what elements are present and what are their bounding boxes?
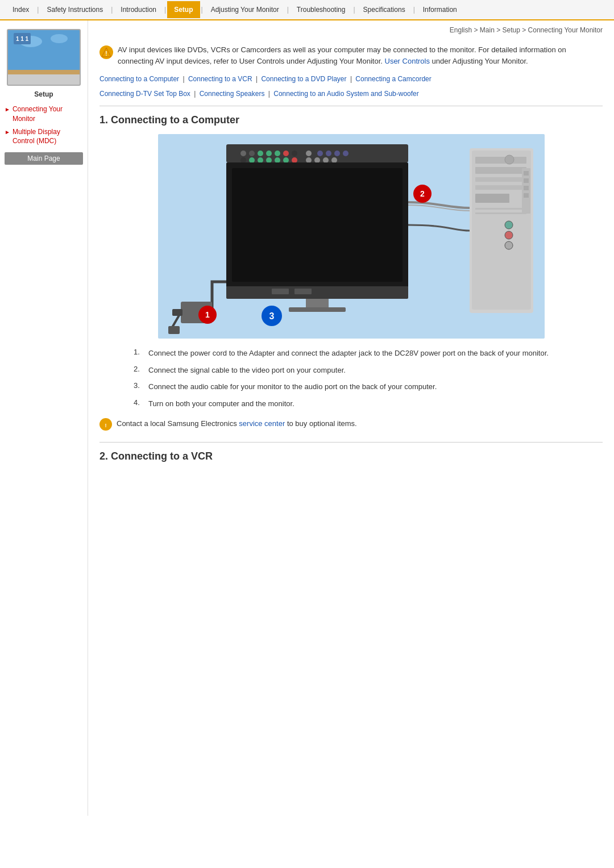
svg-point-13 [258,151,263,156]
svg-point-18 [306,151,312,156]
breadcrumb: English > Main > Setup > Connecting Your… [99,26,603,36]
svg-rect-62 [168,326,180,334]
nav-item-troubleshooting[interactable]: Troubleshooting [290,1,352,18]
nav-item-safety[interactable]: Safety Instructions [40,1,110,18]
svg-rect-45 [475,177,526,182]
section1-heading: 1. Connecting to a Computer [99,114,603,126]
svg-rect-43 [475,157,526,164]
svg-rect-40 [289,307,346,312]
svg-rect-49 [475,208,526,210]
links-row-2: Connecting D-TV Set Top Box | Connecting… [99,88,603,101]
svg-rect-38 [294,289,312,294]
svg-point-25 [258,157,263,163]
user-controls-link[interactable]: User Controls [385,57,430,65]
note-box: ! Contact a local Samsung Electronics se… [99,418,603,431]
info-icon: ! [99,45,113,59]
svg-rect-46 [475,185,526,190]
arrow-icon-1: ► [5,106,10,114]
svg-point-17 [292,151,297,156]
step-2-text: Connect the signal cable to the video po… [148,365,346,376]
svg-point-11 [240,151,246,156]
service-center-link[interactable]: service center [239,419,285,428]
nav-sep-6: | [352,6,356,14]
sidebar-setup-label: Setup [0,90,88,98]
nav-sep-7: | [412,6,416,14]
nav-sep-2: | [110,6,114,14]
svg-rect-6 [8,81,81,86]
nav-item-information[interactable]: Information [416,1,464,18]
svg-text:!: ! [105,51,107,57]
svg-rect-54 [524,186,529,190]
note-icon: ! [99,418,112,431]
nav-item-adjusting[interactable]: Adjusting Your Monitor [204,1,286,18]
svg-point-24 [249,157,255,163]
note-text: Contact a local Samsung Electronics serv… [117,418,357,429]
svg-point-19 [317,151,323,156]
nav-bar: Index | Safety Instructions | Introducti… [0,0,614,20]
svg-point-15 [275,151,280,156]
nav-item-setup[interactable]: Setup [167,1,200,18]
info-text: AV input devices like DVDs, VCRs or Camc… [118,44,603,66]
nav-item-introduction[interactable]: Introduction [114,1,163,18]
link-speakers[interactable]: Connecting Speakers [200,90,265,98]
link-dtv[interactable]: Connecting D-TV Set Top Box [99,90,190,98]
nav-sep-3: | [163,6,167,14]
svg-rect-5 [8,70,81,86]
link-connecting-dvd[interactable]: Connecting to a DVD Player [261,75,346,83]
step-3-text: Connect the audio cable for your monitor… [148,381,437,393]
diagram-wrapper: 1 2 3 [99,134,603,339]
svg-text:1: 1 [205,310,210,319]
sidebar: 1 1 1 Setup ► Connecting Your Monitor ► … [0,20,88,816]
note-text-suffix: to buy optional items. [287,419,357,428]
intro-text-suffix: under Adjusting Your Monitor. [432,57,528,65]
link-connecting-computer[interactable]: Connecting to a Computer [99,75,179,83]
note-text-prefix: Contact a local Samsung Electronics [117,419,239,428]
svg-point-26 [266,157,272,163]
sidebar-main-page-button[interactable]: Main Page [5,152,83,165]
svg-rect-50 [475,212,526,214]
links-row-1: Connecting to a Computer | Connecting to… [99,73,603,86]
nav-sep-1: | [36,6,40,14]
svg-rect-35 [232,168,403,282]
sidebar-nav-label-2: Multiple Display Control (MDC) [13,127,83,147]
svg-point-33 [331,157,337,163]
svg-rect-37 [272,289,289,294]
sidebar-monitor-image: 1 1 1 [7,29,81,86]
svg-point-14 [266,151,272,156]
nav-sep-5: | [286,6,290,14]
svg-text:3: 3 [269,311,274,321]
svg-point-30 [306,157,312,163]
svg-point-20 [326,151,331,156]
svg-rect-44 [475,167,526,174]
step-3-num: 3. [134,381,145,390]
svg-point-58 [505,241,513,249]
divider-2 [99,442,603,443]
step-3: 3. Connect the audio cable for your moni… [134,381,603,393]
svg-point-27 [275,157,280,163]
svg-point-56 [505,221,513,229]
step-4: 4. Turn on both your computer and the mo… [134,398,603,410]
step-4-text: Turn on both your computer and the monit… [148,398,294,410]
step-1-text: Connect the power cord to the Adapter an… [148,348,549,359]
nav-item-index[interactable]: Index [6,1,36,18]
svg-point-21 [334,151,340,156]
main-layout: 1 1 1 Setup ► Connecting Your Monitor ► … [0,20,614,816]
nav-item-specifications[interactable]: Specifications [356,1,412,18]
diagram-svg: 1 2 3 [158,134,545,339]
link-connecting-vcr[interactable]: Connecting to a VCR [188,75,252,83]
sidebar-nav-connecting-monitor[interactable]: ► Connecting Your Monitor [0,103,88,126]
svg-rect-52 [524,171,529,176]
step-1: 1. Connect the power cord to the Adapter… [134,348,603,359]
step-2: 2. Connect the signal cable to the video… [134,365,603,376]
svg-point-16 [283,151,289,156]
svg-rect-53 [524,178,529,183]
svg-point-22 [343,151,349,156]
step-1-num: 1. [134,348,145,356]
sidebar-nav-multiple-display[interactable]: ► Multiple Display Control (MDC) [0,126,88,148]
content-area: English > Main > Setup > Connecting Your… [88,20,614,816]
info-box: ! AV input devices like DVDs, VCRs or Ca… [99,44,603,66]
sidebar-nav-label-1: Connecting Your Monitor [13,105,83,124]
link-connecting-camcorder[interactable]: Connecting a Camcorder [355,75,431,83]
link-audio-system[interactable]: Connecting to an Audio System and Sub-wo… [273,90,419,98]
svg-rect-55 [524,193,529,198]
